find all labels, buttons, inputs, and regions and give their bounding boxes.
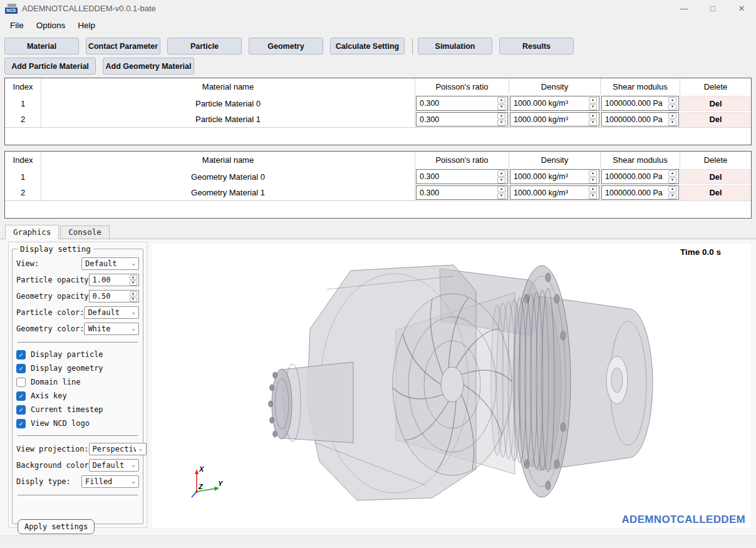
shear-modulus-spinbox[interactable]: 1000000.000 Pa bbox=[601, 169, 679, 184]
geometry-color-select[interactable]: White bbox=[84, 323, 139, 335]
background-color-label: Background color bbox=[16, 461, 89, 470]
display-geometry-checkbox-row: Display geometry bbox=[16, 361, 139, 375]
status-bar bbox=[0, 535, 756, 548]
geometry-opacity-spinbox[interactable]: 0.50 bbox=[89, 290, 139, 302]
poisson-spinbox[interactable]: 0.300 bbox=[416, 112, 508, 127]
spin-down-icon[interactable] bbox=[589, 120, 597, 126]
axis-key-checkbox[interactable] bbox=[16, 391, 26, 401]
domain-line-checkbox[interactable] bbox=[16, 378, 26, 387]
spin-down-icon[interactable] bbox=[497, 193, 505, 199]
spin-up-icon[interactable] bbox=[130, 275, 137, 280]
chevron-down-icon bbox=[128, 478, 138, 485]
spin-down-icon[interactable] bbox=[589, 104, 597, 110]
axis-y-label: Y bbox=[218, 480, 224, 487]
menu-help[interactable]: Help bbox=[71, 19, 101, 32]
particle-color-select[interactable]: Default bbox=[84, 306, 139, 319]
spin-down-icon[interactable] bbox=[668, 104, 676, 110]
header-poissons-ratio: Poisson's ratio bbox=[415, 152, 509, 168]
spin-up-icon[interactable] bbox=[668, 97, 676, 103]
view-select[interactable]: Default bbox=[81, 257, 139, 270]
spin-down-icon[interactable] bbox=[130, 297, 137, 302]
header-index: Index bbox=[5, 152, 41, 168]
density-spinbox[interactable]: 1000.000 kg/m³ bbox=[510, 96, 599, 111]
background-color-select[interactable]: Default bbox=[89, 459, 139, 472]
3d-viewport[interactable]: Time 0.0 s bbox=[152, 244, 751, 528]
shear-modulus-spinbox[interactable]: 1000000.000 Pa bbox=[601, 112, 679, 127]
chevron-down-icon bbox=[128, 326, 138, 333]
poisson-spinbox[interactable]: 0.300 bbox=[416, 169, 508, 184]
display-geometry-checkbox[interactable] bbox=[16, 364, 26, 373]
menu-options[interactable]: Options bbox=[30, 19, 72, 32]
view-ncd-logo-checkbox[interactable] bbox=[16, 419, 26, 428]
spin-up-icon[interactable] bbox=[668, 170, 676, 177]
table-header-row: Index Material name Poisson's ratio Dens… bbox=[5, 152, 751, 168]
spin-down-icon[interactable] bbox=[130, 281, 137, 286]
material-button[interactable]: Material bbox=[4, 38, 79, 54]
background-color-row: Background color Default bbox=[16, 457, 139, 473]
spin-up-icon[interactable] bbox=[668, 186, 676, 192]
minimize-button[interactable]: — bbox=[670, 0, 698, 17]
poisson-spinbox[interactable]: 0.300 bbox=[416, 96, 508, 111]
particle-button[interactable]: Particle bbox=[167, 38, 242, 54]
spin-down-icon[interactable] bbox=[497, 104, 505, 110]
results-button[interactable]: Results bbox=[499, 38, 574, 54]
close-button[interactable]: ✕ bbox=[727, 0, 756, 17]
spin-up-icon[interactable] bbox=[668, 113, 676, 119]
density-spinbox[interactable]: 1000.000 kg/m³ bbox=[510, 112, 599, 127]
density-spinbox[interactable]: 1000.000 kg/m³ bbox=[510, 169, 599, 184]
calculate-setting-button[interactable]: Calculate Setting bbox=[330, 38, 405, 54]
spin-down-icon[interactable] bbox=[589, 177, 597, 184]
density-spinbox[interactable]: 1000.000 kg/m³ bbox=[510, 185, 599, 200]
shear-modulus-spinbox[interactable]: 1000000.000 Pa bbox=[601, 96, 679, 111]
shear-modulus-spinbox[interactable]: 1000000.000 Pa bbox=[601, 185, 679, 200]
delete-row-button[interactable]: Del bbox=[681, 169, 750, 184]
display-setting-group: Display setting View: Default Particle o… bbox=[12, 249, 143, 524]
display-type-select[interactable]: Filled bbox=[81, 475, 139, 488]
add-particle-material-button[interactable]: Add Particle Material bbox=[4, 58, 96, 75]
spin-up-icon[interactable] bbox=[130, 291, 137, 296]
delete-row-button[interactable]: Del bbox=[681, 96, 750, 111]
spin-down-icon[interactable] bbox=[668, 120, 676, 126]
display-particle-checkbox[interactable] bbox=[16, 350, 26, 359]
table-row: 1 Particle Material 0 0.300 1000.000 kg/… bbox=[5, 95, 751, 111]
axis-key-checkbox-row: Axis key bbox=[16, 389, 139, 403]
spin-up-icon[interactable] bbox=[589, 186, 597, 192]
chevron-down-icon bbox=[128, 309, 138, 316]
spin-down-icon[interactable] bbox=[497, 177, 505, 184]
menu-file[interactable]: File bbox=[4, 19, 30, 32]
tab-graphics[interactable]: Graphics bbox=[5, 225, 59, 239]
axis-x-label: X bbox=[199, 465, 204, 473]
particle-opacity-label: Particle opacity bbox=[16, 276, 89, 284]
maximize-button[interactable]: □ bbox=[698, 0, 727, 17]
spin-up-icon[interactable] bbox=[589, 113, 597, 119]
divider bbox=[18, 435, 138, 436]
spin-up-icon[interactable] bbox=[497, 113, 505, 119]
chevron-down-icon bbox=[128, 261, 138, 267]
spin-up-icon[interactable] bbox=[497, 97, 505, 103]
view-projection-select[interactable]: Perspective bbox=[89, 443, 147, 455]
spin-down-icon[interactable] bbox=[668, 193, 676, 199]
apply-settings-button[interactable]: Apply settings bbox=[18, 519, 95, 534]
spin-up-icon[interactable] bbox=[497, 186, 505, 192]
domain-line-checkbox-row: Domain line bbox=[16, 375, 139, 389]
spin-up-icon[interactable] bbox=[589, 170, 597, 177]
spin-down-icon[interactable] bbox=[497, 120, 505, 126]
current-timestep-checkbox[interactable] bbox=[16, 405, 26, 415]
particle-opacity-spinbox[interactable]: 1.00 bbox=[89, 274, 139, 286]
spin-down-icon[interactable] bbox=[589, 193, 597, 199]
contact-parameter-button[interactable]: Contact Parameter bbox=[86, 38, 160, 54]
header-delete: Delete bbox=[680, 152, 751, 168]
simulation-button[interactable]: Simulation bbox=[418, 38, 492, 54]
delete-row-button[interactable]: Del bbox=[681, 185, 750, 200]
poisson-spinbox[interactable]: 0.300 bbox=[416, 185, 508, 200]
spin-up-icon[interactable] bbox=[589, 97, 597, 103]
spin-down-icon[interactable] bbox=[668, 177, 676, 184]
main-toolbar: Material Contact Parameter Particle Geom… bbox=[4, 38, 756, 54]
add-geometry-material-button[interactable]: Add Geometry Material bbox=[103, 58, 194, 75]
header-shear-modulus: Shear modulus bbox=[601, 152, 680, 168]
tab-console[interactable]: Console bbox=[60, 225, 110, 239]
spin-up-icon[interactable] bbox=[497, 170, 505, 177]
view-projection-row: View projection: Perspective bbox=[16, 441, 139, 457]
geometry-button[interactable]: Geometry bbox=[249, 38, 323, 54]
delete-row-button[interactable]: Del bbox=[681, 112, 750, 127]
